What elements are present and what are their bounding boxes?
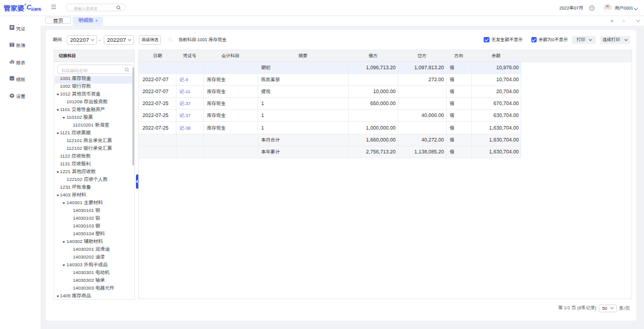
svg-text:?: ? (591, 7, 593, 10)
